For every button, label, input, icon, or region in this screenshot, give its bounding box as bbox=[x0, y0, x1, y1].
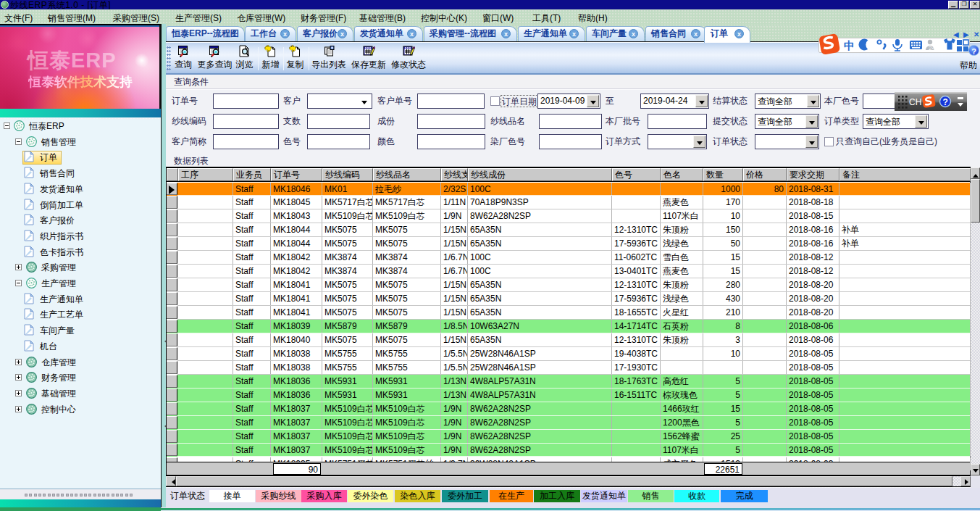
svg-text:CH: CH bbox=[909, 97, 921, 107]
svg-text:中: 中 bbox=[844, 39, 855, 51]
svg-text:?: ? bbox=[943, 97, 948, 107]
svg-text:24: 24 bbox=[929, 45, 935, 51]
